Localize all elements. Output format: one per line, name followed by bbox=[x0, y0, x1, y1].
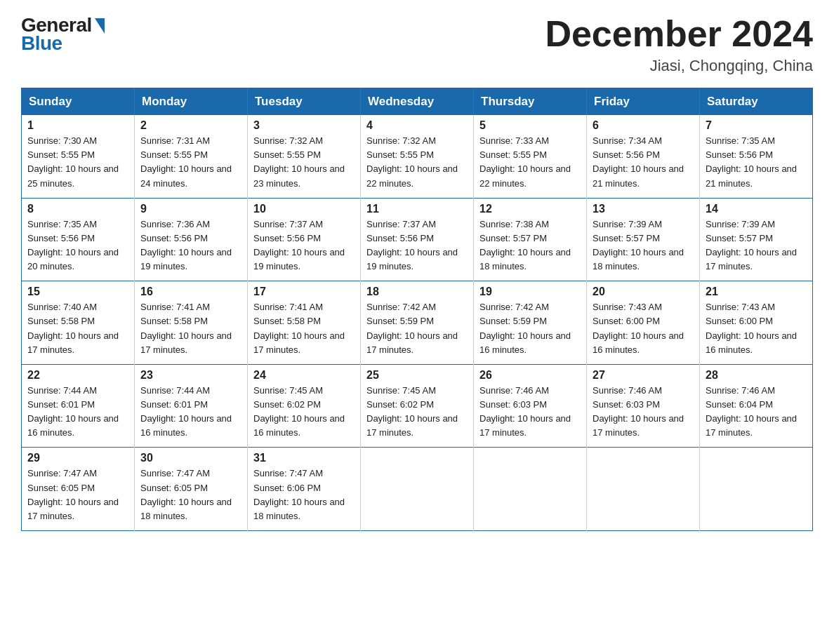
calendar-cell bbox=[587, 448, 700, 531]
calendar-cell bbox=[361, 448, 474, 531]
calendar-cell: 13 Sunrise: 7:39 AMSunset: 5:57 PMDaylig… bbox=[587, 198, 700, 281]
day-number: 28 bbox=[706, 369, 807, 382]
calendar-week-row: 29 Sunrise: 7:47 AMSunset: 6:05 PMDaylig… bbox=[22, 448, 813, 531]
calendar-cell: 5 Sunrise: 7:33 AMSunset: 5:55 PMDayligh… bbox=[474, 115, 587, 199]
col-friday: Friday bbox=[587, 88, 700, 115]
calendar-header: Sunday Monday Tuesday Wednesday Thursday… bbox=[22, 88, 813, 115]
day-number: 10 bbox=[253, 203, 355, 215]
calendar-cell: 14 Sunrise: 7:39 AMSunset: 5:57 PMDaylig… bbox=[700, 198, 813, 281]
day-info: Sunrise: 7:40 AMSunset: 5:58 PMDaylight:… bbox=[27, 300, 128, 357]
calendar-cell: 20 Sunrise: 7:43 AMSunset: 6:00 PMDaylig… bbox=[587, 281, 700, 365]
day-number: 29 bbox=[27, 452, 128, 464]
day-number: 14 bbox=[706, 203, 807, 215]
day-info: Sunrise: 7:37 AMSunset: 5:56 PMDaylight:… bbox=[366, 217, 468, 274]
calendar-cell: 3 Sunrise: 7:32 AMSunset: 5:55 PMDayligh… bbox=[248, 115, 361, 199]
calendar-table: Sunday Monday Tuesday Wednesday Thursday… bbox=[21, 88, 813, 531]
day-info: Sunrise: 7:43 AMSunset: 6:00 PMDaylight:… bbox=[706, 300, 807, 357]
col-saturday: Saturday bbox=[700, 88, 813, 115]
calendar-body: 1 Sunrise: 7:30 AMSunset: 5:55 PMDayligh… bbox=[22, 115, 813, 531]
col-wednesday: Wednesday bbox=[361, 88, 474, 115]
day-number: 25 bbox=[366, 369, 468, 382]
col-monday: Monday bbox=[135, 88, 248, 115]
day-info: Sunrise: 7:41 AMSunset: 5:58 PMDaylight:… bbox=[253, 300, 355, 357]
day-info: Sunrise: 7:44 AMSunset: 6:01 PMDaylight:… bbox=[140, 384, 241, 441]
day-info: Sunrise: 7:32 AMSunset: 5:55 PMDaylight:… bbox=[366, 134, 468, 191]
day-number: 20 bbox=[593, 286, 694, 298]
calendar-cell: 22 Sunrise: 7:44 AMSunset: 6:01 PMDaylig… bbox=[22, 364, 135, 448]
calendar-cell: 12 Sunrise: 7:38 AMSunset: 5:57 PMDaylig… bbox=[474, 198, 587, 281]
calendar-cell: 16 Sunrise: 7:41 AMSunset: 5:58 PMDaylig… bbox=[135, 281, 248, 365]
calendar-cell: 28 Sunrise: 7:46 AMSunset: 6:04 PMDaylig… bbox=[700, 364, 813, 448]
calendar-cell: 24 Sunrise: 7:45 AMSunset: 6:02 PMDaylig… bbox=[248, 364, 361, 448]
day-number: 9 bbox=[140, 203, 241, 215]
day-number: 31 bbox=[253, 452, 355, 464]
col-sunday: Sunday bbox=[22, 88, 135, 115]
calendar-cell: 25 Sunrise: 7:45 AMSunset: 6:02 PMDaylig… bbox=[361, 364, 474, 448]
calendar-week-row: 1 Sunrise: 7:30 AMSunset: 5:55 PMDayligh… bbox=[22, 115, 813, 199]
calendar-cell: 11 Sunrise: 7:37 AMSunset: 5:56 PMDaylig… bbox=[361, 198, 474, 281]
calendar-cell bbox=[700, 448, 813, 531]
day-number: 27 bbox=[593, 369, 694, 382]
day-info: Sunrise: 7:38 AMSunset: 5:57 PMDaylight:… bbox=[479, 217, 581, 274]
day-number: 21 bbox=[706, 286, 807, 298]
calendar-cell: 19 Sunrise: 7:42 AMSunset: 5:59 PMDaylig… bbox=[474, 281, 587, 365]
day-info: Sunrise: 7:42 AMSunset: 5:59 PMDaylight:… bbox=[366, 300, 468, 357]
day-info: Sunrise: 7:46 AMSunset: 6:04 PMDaylight:… bbox=[706, 384, 807, 441]
day-number: 23 bbox=[140, 369, 241, 382]
day-info: Sunrise: 7:35 AMSunset: 5:56 PMDaylight:… bbox=[27, 217, 128, 274]
day-info: Sunrise: 7:33 AMSunset: 5:55 PMDaylight:… bbox=[479, 134, 581, 191]
day-number: 12 bbox=[479, 203, 581, 215]
calendar-header-row: Sunday Monday Tuesday Wednesday Thursday… bbox=[22, 88, 813, 115]
day-info: Sunrise: 7:30 AMSunset: 5:55 PMDaylight:… bbox=[27, 134, 128, 191]
page-header: General Blue December 2024 Jiasi, Chongq… bbox=[21, 14, 813, 75]
day-info: Sunrise: 7:44 AMSunset: 6:01 PMDaylight:… bbox=[27, 384, 128, 441]
day-info: Sunrise: 7:45 AMSunset: 6:02 PMDaylight:… bbox=[366, 384, 468, 441]
day-info: Sunrise: 7:32 AMSunset: 5:55 PMDaylight:… bbox=[253, 134, 355, 191]
day-number: 2 bbox=[140, 119, 241, 132]
day-info: Sunrise: 7:46 AMSunset: 6:03 PMDaylight:… bbox=[593, 384, 694, 441]
day-info: Sunrise: 7:45 AMSunset: 6:02 PMDaylight:… bbox=[253, 384, 355, 441]
page-subtitle: Jiasi, Chongqing, China bbox=[545, 57, 813, 75]
day-number: 3 bbox=[253, 119, 355, 132]
calendar-cell: 7 Sunrise: 7:35 AMSunset: 5:56 PMDayligh… bbox=[700, 115, 813, 199]
day-info: Sunrise: 7:42 AMSunset: 5:59 PMDaylight:… bbox=[479, 300, 581, 357]
logo-triangle-icon bbox=[95, 18, 105, 34]
logo: General Blue bbox=[21, 14, 105, 55]
calendar-cell: 29 Sunrise: 7:47 AMSunset: 6:05 PMDaylig… bbox=[22, 448, 135, 531]
day-number: 5 bbox=[479, 119, 581, 132]
day-info: Sunrise: 7:34 AMSunset: 5:56 PMDaylight:… bbox=[593, 134, 694, 191]
day-number: 1 bbox=[27, 119, 128, 132]
day-info: Sunrise: 7:35 AMSunset: 5:56 PMDaylight:… bbox=[706, 134, 807, 191]
calendar-week-row: 15 Sunrise: 7:40 AMSunset: 5:58 PMDaylig… bbox=[22, 281, 813, 365]
calendar-cell: 1 Sunrise: 7:30 AMSunset: 5:55 PMDayligh… bbox=[22, 115, 135, 199]
day-number: 7 bbox=[706, 119, 807, 132]
calendar-cell: 4 Sunrise: 7:32 AMSunset: 5:55 PMDayligh… bbox=[361, 115, 474, 199]
day-number: 18 bbox=[366, 286, 468, 298]
day-info: Sunrise: 7:36 AMSunset: 5:56 PMDaylight:… bbox=[140, 217, 241, 274]
day-number: 6 bbox=[593, 119, 694, 132]
day-number: 22 bbox=[27, 369, 128, 382]
calendar-cell: 15 Sunrise: 7:40 AMSunset: 5:58 PMDaylig… bbox=[22, 281, 135, 365]
calendar-cell: 8 Sunrise: 7:35 AMSunset: 5:56 PMDayligh… bbox=[22, 198, 135, 281]
calendar-week-row: 8 Sunrise: 7:35 AMSunset: 5:56 PMDayligh… bbox=[22, 198, 813, 281]
day-info: Sunrise: 7:31 AMSunset: 5:55 PMDaylight:… bbox=[140, 134, 241, 191]
calendar-cell: 18 Sunrise: 7:42 AMSunset: 5:59 PMDaylig… bbox=[361, 281, 474, 365]
calendar-cell: 17 Sunrise: 7:41 AMSunset: 5:58 PMDaylig… bbox=[248, 281, 361, 365]
calendar-cell: 23 Sunrise: 7:44 AMSunset: 6:01 PMDaylig… bbox=[135, 364, 248, 448]
day-info: Sunrise: 7:37 AMSunset: 5:56 PMDaylight:… bbox=[253, 217, 355, 274]
day-info: Sunrise: 7:46 AMSunset: 6:03 PMDaylight:… bbox=[479, 384, 581, 441]
title-block: December 2024 Jiasi, Chongqing, China bbox=[545, 14, 813, 75]
calendar-cell: 10 Sunrise: 7:37 AMSunset: 5:56 PMDaylig… bbox=[248, 198, 361, 281]
day-number: 8 bbox=[27, 203, 128, 215]
calendar-cell bbox=[474, 448, 587, 531]
calendar-cell: 6 Sunrise: 7:34 AMSunset: 5:56 PMDayligh… bbox=[587, 115, 700, 199]
calendar-cell: 26 Sunrise: 7:46 AMSunset: 6:03 PMDaylig… bbox=[474, 364, 587, 448]
day-info: Sunrise: 7:47 AMSunset: 6:05 PMDaylight:… bbox=[140, 467, 241, 523]
day-number: 15 bbox=[27, 286, 128, 298]
calendar-cell: 2 Sunrise: 7:31 AMSunset: 5:55 PMDayligh… bbox=[135, 115, 248, 199]
day-number: 16 bbox=[140, 286, 241, 298]
day-info: Sunrise: 7:39 AMSunset: 5:57 PMDaylight:… bbox=[706, 217, 807, 274]
day-number: 19 bbox=[479, 286, 581, 298]
calendar-cell: 31 Sunrise: 7:47 AMSunset: 6:06 PMDaylig… bbox=[248, 448, 361, 531]
day-number: 30 bbox=[140, 452, 241, 464]
